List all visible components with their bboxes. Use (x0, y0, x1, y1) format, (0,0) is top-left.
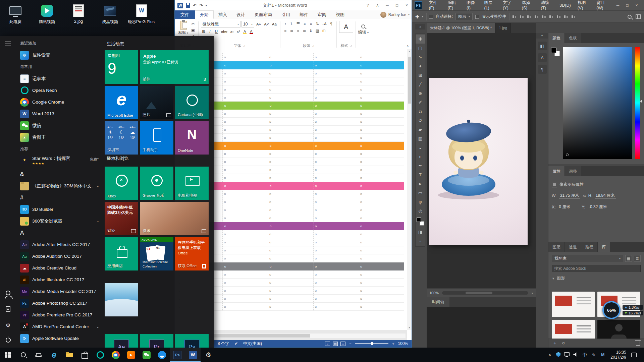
timeline-tab[interactable]: 时间轴 (427, 297, 449, 307)
language-indicator[interactable]: 中文(中国) (243, 341, 262, 347)
tool-preset-chevron-icon[interactable]: ▾ (422, 15, 423, 18)
table-cell[interactable]: ¤ (359, 182, 404, 190)
paragraph-button[interactable]: ¶ (329, 21, 334, 27)
shield-icon[interactable] (556, 352, 560, 357)
tile-weather[interactable]: 17...☀16°20...☾16°23...☁13°深圳市 (105, 121, 138, 155)
table-cell[interactable]: ¤ (359, 303, 404, 310)
table-cell[interactable]: ¤ (222, 238, 268, 246)
table-cell[interactable]: ¤ (359, 262, 404, 270)
zoom-slider[interactable] (355, 343, 388, 344)
document-tab[interactable]: 未标题-1 @ 100% (图层 1, RGB/8) * (427, 23, 495, 33)
y-field[interactable]: -0.32 厘米 (588, 204, 609, 210)
taskbar-app-word[interactable] (185, 348, 201, 362)
table-cell[interactable]: ¤ (222, 69, 268, 77)
table-cell[interactable]: ¤ (313, 230, 359, 238)
restore-button[interactable]: □ (392, 1, 402, 10)
table-cell[interactable]: ¤ (268, 238, 313, 246)
table-cell[interactable]: ¤ (314, 182, 359, 190)
panel-group-panel-icon[interactable] (538, 42, 547, 50)
minimize-button[interactable]: ─ (613, 1, 623, 10)
taskbar-app-settings[interactable] (201, 348, 216, 362)
heal-tool[interactable] (416, 89, 425, 98)
table-cell[interactable]: ¤ (359, 246, 404, 254)
table-cell[interactable]: ¤ (314, 222, 359, 230)
align-vcenter-icon[interactable] (541, 14, 547, 19)
distribute-h-icon[interactable] (564, 14, 569, 19)
table-cell[interactable]: ¤ (359, 158, 404, 166)
table-cell[interactable]: ¤ (268, 214, 313, 222)
settings-button[interactable]: ⚙ (4, 321, 12, 329)
cortana-search-button[interactable] (15, 348, 31, 362)
taskbar-app-explorer[interactable] (62, 348, 77, 362)
close-button[interactable]: × (632, 1, 641, 10)
table-cell[interactable]: ¤ (222, 270, 268, 278)
start-app-item[interactable]: 微信 (16, 120, 102, 131)
panel-tab[interactable]: 图层 (548, 242, 565, 252)
start-app-item[interactable]: Apple Software Update (16, 333, 102, 344)
tile-xbox[interactable]: Xbox (105, 167, 138, 200)
font-button[interactable]: x₂ (229, 28, 235, 35)
table-cell[interactable]: ¤ (313, 69, 359, 77)
user-button[interactable] (4, 289, 12, 297)
font-button[interactable]: A (249, 28, 254, 35)
link-dimensions-icon[interactable]: ∞ (583, 193, 586, 198)
table-cell[interactable]: ¤ (268, 53, 313, 61)
table-cell[interactable]: ¤ (223, 102, 268, 110)
account-widget[interactable]: Barley Ice ▾ (380, 10, 410, 19)
eraser-tool[interactable] (416, 125, 425, 134)
library-asset-thumbnail[interactable] (597, 320, 640, 339)
color-picker-field[interactable] (563, 47, 632, 159)
color-chips[interactable] (416, 217, 424, 226)
font-button[interactable]: A˄ (255, 21, 262, 27)
table-cell[interactable]: ¤ (313, 190, 359, 198)
table-cell[interactable]: ¤ (268, 182, 313, 190)
desktop-icon[interactable]: 此电脑 (2, 2, 29, 25)
menu-item[interactable]: 文字(Y) (499, 0, 519, 11)
app-group-header[interactable]: & (16, 168, 102, 180)
table-cell[interactable]: ¤ (223, 222, 268, 230)
restore-button[interactable]: □ (623, 1, 632, 10)
dodge-tool[interactable] (416, 152, 425, 161)
table-cell[interactable]: ¤ (359, 190, 404, 198)
table-cell[interactable]: ¤ (222, 254, 268, 262)
table-cell[interactable]: ¤ (268, 174, 313, 182)
table-cell[interactable]: ¤ (222, 287, 268, 294)
table-cell[interactable]: ¤ (313, 206, 359, 214)
paragraph-button[interactable]: ⇅ (315, 21, 320, 27)
align-bottom-icon[interactable] (549, 14, 554, 19)
menu-item[interactable]: 编辑(E) (444, 0, 463, 11)
table-cell[interactable]: ¤ (313, 295, 359, 302)
font-button[interactable]: U (214, 28, 219, 35)
hue-slider[interactable] (635, 47, 640, 159)
table-cell[interactable]: ¤ (222, 303, 268, 310)
align-hcenter-icon[interactable] (519, 14, 525, 19)
documents-button[interactable] (4, 305, 12, 313)
table-cell[interactable]: ¤ (359, 61, 404, 69)
tile-group-header[interactable]: 生活动态 (107, 41, 124, 47)
pen-icon[interactable] (591, 352, 596, 358)
table-cell[interactable]: ¤ (359, 287, 404, 294)
tile-mail[interactable]: Apple您的 Apple ID 已解锁邮件3 (140, 50, 209, 84)
start-app-item[interactable]: Google Chrome (16, 96, 102, 108)
tile-edge[interactable]: eMicrosoft Edge (105, 86, 138, 119)
editing-button[interactable]: 编辑 ▾ (358, 21, 369, 39)
table-cell[interactable]: ¤ (359, 198, 404, 206)
action-center-icon[interactable] (631, 353, 637, 357)
scroll-up-icon[interactable]: ▲ (407, 50, 412, 53)
tile-group-header[interactable]: 播放和浏览 (107, 156, 128, 162)
start-app-item[interactable]: Adobe Illustrator CC 2017 (16, 274, 102, 286)
table-cell[interactable]: ¤ (359, 279, 404, 286)
table-cell[interactable]: ¤ (268, 126, 313, 133)
color-picker-marker[interactable] (566, 154, 569, 156)
font-name-select[interactable]: 微软雅黑▾ (201, 21, 240, 27)
start-app-item[interactable]: Adobe After Effects CC 2017 (16, 239, 102, 250)
table-cell[interactable]: ¤ (359, 110, 404, 117)
tile-groove[interactable]: Groove 音乐 (140, 167, 173, 200)
start-app-item[interactable]: 看图王 (16, 131, 102, 143)
table-cell[interactable]: ¤ (268, 142, 313, 150)
menu-item[interactable]: 图层(L) (481, 0, 499, 11)
start-app-item[interactable]: Word 2013 (16, 108, 102, 120)
zoom-out-button[interactable]: － (348, 341, 352, 347)
zoom-slider-thumb[interactable] (371, 342, 373, 345)
crop-tool[interactable] (416, 71, 425, 80)
